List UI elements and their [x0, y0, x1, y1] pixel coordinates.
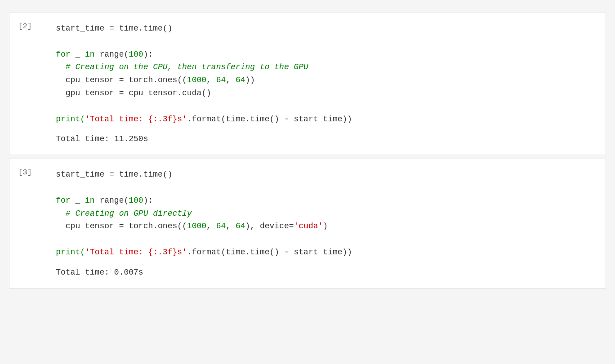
- code-line: [36, 100, 597, 113]
- code-token: cpu_tensor = torch.ones((: [36, 75, 187, 84]
- code-token: range(: [95, 196, 129, 205]
- code-line: [36, 35, 597, 48]
- code-token: ,: [206, 222, 216, 231]
- code-token: ):: [143, 196, 153, 205]
- code-token: 64: [236, 222, 245, 231]
- code-line: start_time = time.time(): [36, 22, 597, 35]
- code-token: gpu_tensor = cpu_tensor.cuda(): [36, 89, 211, 98]
- code-line: for _ in range(100):: [36, 194, 597, 207]
- cell-2[interactable]: [2] start_time = time.time() for _ in ra…: [9, 13, 606, 155]
- code-token: in: [85, 50, 95, 59]
- code-token: print(: [56, 115, 85, 124]
- code-block: start_time = time.time() for _ in range(…: [36, 22, 597, 125]
- code-token: 64: [216, 75, 226, 84]
- code-token: cpu_tensor = torch.ones((: [36, 222, 187, 231]
- code-token: [36, 62, 66, 71]
- notebook-container: [2] start_time = time.time() for _ in ra…: [0, 0, 615, 301]
- code-token: [36, 115, 56, 124]
- cell-output: Total time: 11.250s: [36, 133, 597, 146]
- code-line: # Creating on the CPU, then transfering …: [36, 61, 597, 74]
- cell-content: start_time = time.time() for _ in range(…: [36, 22, 597, 146]
- code-line: gpu_tensor = cpu_tensor.cuda(): [36, 87, 597, 100]
- code-token: ): [323, 222, 328, 231]
- code-token: 64: [236, 75, 245, 84]
- code-token: ,: [226, 222, 236, 231]
- code-token: )): [245, 75, 255, 84]
- code-token: 'Total time: {:.3f}s': [85, 248, 187, 257]
- code-token: for: [56, 50, 70, 59]
- code-token: [36, 50, 56, 59]
- code-line: [36, 233, 597, 246]
- code-token: ,: [206, 75, 216, 84]
- code-line: [36, 181, 597, 194]
- code-token: [36, 209, 66, 218]
- code-token: .format(time.time() - start_time)): [187, 248, 352, 257]
- code-token: [36, 196, 56, 205]
- code-token: 100: [129, 50, 143, 59]
- code-token: range(: [95, 50, 129, 59]
- code-line: cpu_tensor = torch.ones((1000, 64, 64)): [36, 74, 597, 87]
- code-token: # Creating on the CPU, then transfering …: [66, 62, 308, 71]
- code-line: for _ in range(100):: [36, 48, 597, 61]
- code-token: 'cuda': [294, 222, 323, 231]
- code-token: 'Total time: {:.3f}s': [85, 115, 187, 124]
- code-line: print('Total time: {:.3f}s'.format(time.…: [36, 113, 597, 126]
- code-token: ):: [143, 50, 153, 59]
- code-token: 64: [216, 222, 226, 231]
- code-line: start_time = time.time(): [36, 168, 597, 181]
- code-line: # Creating on GPU directly: [36, 207, 597, 220]
- cell-number: [3]: [9, 168, 36, 279]
- code-token: 100: [129, 196, 143, 205]
- code-token: [36, 248, 56, 257]
- cell-output: Total time: 0.007s: [36, 266, 597, 279]
- code-token: in: [85, 196, 95, 205]
- code-token: # Creating on GPU directly: [66, 209, 192, 218]
- code-token: 1000: [187, 222, 206, 231]
- code-token: _: [71, 50, 85, 59]
- code-line: print('Total time: {:.3f}s'.format(time.…: [36, 246, 597, 259]
- cell-content: start_time = time.time() for _ in range(…: [36, 168, 597, 279]
- code-token: .format(time.time() - start_time)): [187, 115, 352, 124]
- code-token: _: [71, 196, 85, 205]
- code-token: for: [56, 196, 70, 205]
- code-line: cpu_tensor = torch.ones((1000, 64, 64), …: [36, 220, 597, 233]
- code-token: ), device=: [245, 222, 294, 231]
- cell-number: [2]: [9, 22, 36, 146]
- cell-3[interactable]: [3] start_time = time.time() for _ in ra…: [9, 159, 606, 288]
- code-token: ,: [226, 75, 236, 84]
- code-block: start_time = time.time() for _ in range(…: [36, 168, 597, 259]
- code-token: print(: [56, 248, 85, 257]
- code-token: 1000: [187, 75, 206, 84]
